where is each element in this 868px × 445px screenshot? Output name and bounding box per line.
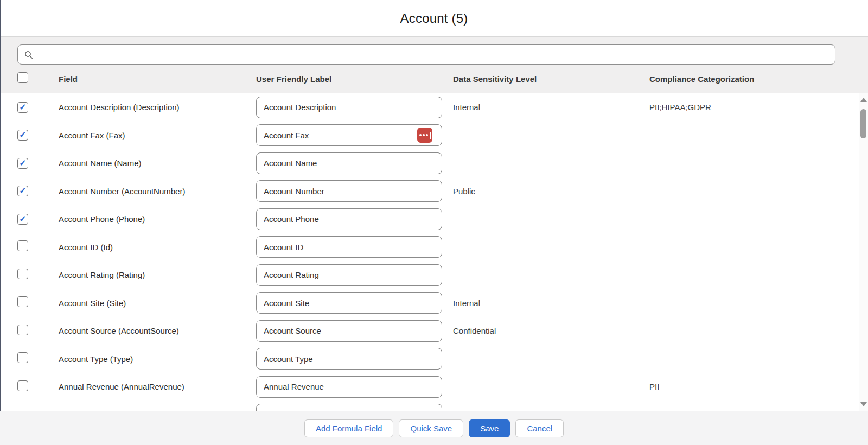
row-checkbox-cell: ✓: [16, 240, 59, 253]
user-friendly-label-input[interactable]: [256, 180, 442, 202]
page-edge-artifact: [0, 0, 1, 411]
row-checkbox-cell: ✓: [16, 214, 59, 225]
compliance-value: PII: [649, 382, 835, 391]
row-checkbox-cell: ✓: [16, 186, 59, 196]
save-button[interactable]: Save: [469, 419, 510, 437]
field-name: Account Rating (Rating): [59, 270, 256, 279]
column-header-field: Field: [59, 74, 256, 84]
field-name: Account Number (AccountNumber): [59, 187, 256, 196]
add-formula-field-button[interactable]: Add Formula Field: [304, 419, 394, 437]
page-title: Account (5): [400, 11, 468, 26]
row-checkbox[interactable]: ✓: [17, 240, 28, 251]
table-row: ✓: [0, 401, 868, 411]
table-row: ✓ Account Number (AccountNumber) Public: [0, 177, 868, 206]
footer-action-bar: Add Formula Field Quick Save Save Cancel: [0, 411, 868, 445]
data-sensitivity-value: Internal: [453, 298, 649, 308]
checkmark-icon: ✓: [19, 187, 26, 195]
checkmark-icon: ✓: [19, 215, 26, 224]
table-row: ✓ Annual Revenue (AnnualRevenue) PII: [0, 373, 868, 401]
scroll-up-arrow-icon[interactable]: [860, 98, 867, 102]
data-sensitivity-value: Public: [453, 187, 649, 196]
table-row: ✓ Account Type (Type): [0, 345, 868, 373]
label-input-cell: [256, 97, 453, 118]
field-name: Account Source (AccountSource): [59, 326, 256, 335]
user-friendly-label-input[interactable]: [256, 348, 442, 370]
field-name: Annual Revenue (AnnualRevenue): [59, 382, 256, 391]
user-friendly-label-input[interactable]: [256, 236, 442, 258]
table-row: ✓ Account Description (Description) Inte…: [0, 93, 868, 122]
field-name: Account Phone (Phone): [59, 214, 256, 224]
table-row: ✓ Account Fax (Fax): [0, 122, 868, 150]
quick-save-button[interactable]: Quick Save: [399, 419, 463, 437]
password-manager-icon[interactable]: [417, 128, 432, 143]
select-all-checkbox[interactable]: ✓: [17, 72, 28, 83]
label-input-cell: [256, 208, 453, 230]
table-row: ✓ Account Name (Name): [0, 149, 868, 177]
user-friendly-label-input[interactable]: [256, 404, 442, 411]
table-header-row: ✓ Field User Friendly Label Data Sensiti…: [0, 65, 868, 93]
search-input[interactable]: [39, 49, 828, 60]
column-header-data-sensitivity-level: Data Sensitivity Level: [453, 74, 649, 84]
scrollbar-thumb[interactable]: [860, 109, 866, 138]
label-input-cell: [256, 264, 453, 286]
row-checkbox[interactable]: ✓: [17, 214, 28, 225]
scroll-down-arrow-icon[interactable]: [860, 402, 867, 406]
label-input-cell: [256, 320, 453, 342]
user-friendly-label-input[interactable]: [256, 264, 442, 286]
user-friendly-label-input[interactable]: [256, 97, 442, 118]
row-checkbox[interactable]: ✓: [17, 380, 28, 391]
row-checkbox-cell: ✓: [16, 269, 59, 282]
label-input-cell: [256, 292, 453, 314]
field-name: Account ID (Id): [59, 243, 256, 252]
checkmark-icon: ✓: [19, 103, 26, 112]
table-row: ✓ Account Phone (Phone): [0, 205, 868, 233]
user-friendly-label-input[interactable]: [256, 292, 442, 314]
field-name: Account Description (Description): [59, 103, 256, 112]
search-box[interactable]: [17, 44, 835, 65]
label-input-cell: [256, 180, 453, 202]
label-input-cell: [256, 124, 453, 146]
row-checkbox[interactable]: ✓: [17, 130, 28, 141]
row-checkbox[interactable]: ✓: [17, 158, 28, 169]
checkmark-icon: ✓: [19, 131, 26, 139]
row-checkbox[interactable]: ✓: [17, 296, 28, 307]
row-checkbox-cell: ✓: [16, 102, 59, 113]
table-row: ✓ Account Site (Site) Internal: [0, 289, 868, 317]
row-checkbox-cell: ✓: [16, 158, 59, 169]
row-checkbox-cell: ✓: [16, 325, 59, 338]
label-input-cell: [256, 348, 453, 370]
row-checkbox[interactable]: ✓: [17, 325, 28, 335]
search-icon: [24, 50, 33, 59]
row-checkbox-cell: ✓: [16, 296, 59, 309]
field-name: Account Site (Site): [59, 298, 256, 308]
data-sensitivity-value: Confidential: [453, 326, 649, 335]
row-checkbox[interactable]: ✓: [17, 269, 28, 279]
label-input-cell: [256, 376, 453, 398]
user-friendly-label-input[interactable]: [256, 320, 442, 342]
row-checkbox-cell: ✓: [16, 380, 59, 393]
table-row: ✓ Account Rating (Rating): [0, 261, 868, 289]
row-checkbox[interactable]: ✓: [17, 352, 28, 363]
column-header-user-friendly-label: User Friendly Label: [256, 74, 453, 84]
cancel-button[interactable]: Cancel: [515, 419, 564, 437]
user-friendly-label-input[interactable]: [256, 152, 442, 174]
table-body: ✓ Account Description (Description) Inte…: [0, 93, 868, 411]
label-input-cell: [256, 152, 453, 174]
user-friendly-label-input[interactable]: [256, 376, 442, 398]
table-rows: ✓ Account Description (Description) Inte…: [0, 93, 868, 411]
toolbar-section: ✓ Field User Friendly Label Data Sensiti…: [0, 37, 868, 93]
vertical-scrollbar[interactable]: [859, 93, 868, 411]
row-checkbox-cell: ✓: [16, 352, 59, 365]
user-friendly-label-input[interactable]: [256, 208, 442, 230]
search-wrap: [0, 37, 868, 65]
user-friendly-label-input[interactable]: [256, 124, 442, 146]
table-row: ✓ Account Source (AccountSource) Confide…: [0, 317, 868, 345]
row-checkbox-cell: ✓: [16, 408, 59, 411]
field-name: Account Type (Type): [59, 354, 256, 364]
compliance-value: PII;HIPAA;GDPR: [649, 103, 835, 112]
row-checkbox[interactable]: ✓: [17, 186, 28, 196]
label-input-cell: [256, 404, 453, 411]
data-sensitivity-value: Internal: [453, 103, 649, 112]
row-checkbox[interactable]: ✓: [17, 102, 28, 113]
row-checkbox-cell: ✓: [16, 130, 59, 141]
